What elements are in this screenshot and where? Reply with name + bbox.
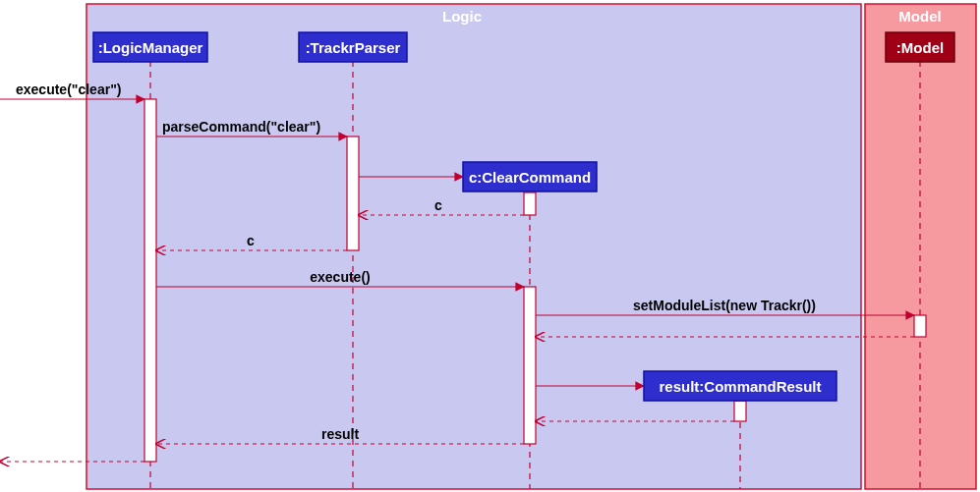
activation-commandresult (734, 401, 746, 421)
message-return-c-1-label: c (434, 197, 442, 213)
sequence-diagram: Logic Model :LogicManager :TrackrParser … (0, 0, 980, 492)
message-parsecommand-label: parseCommand("clear") (162, 119, 320, 135)
participant-logicmanager-label: :LogicManager (98, 39, 203, 56)
message-setmodulelist-label: setModuleList(new Trackr()) (633, 298, 816, 313)
message-execute-label: execute() (310, 269, 370, 285)
participant-clearcommand-label: c:ClearCommand (469, 169, 591, 186)
participant-model-label: :Model (896, 39, 944, 56)
participant-trackrparser-label: :TrackrParser (306, 39, 401, 56)
activation-clearcommand-1 (524, 192, 536, 215)
participant-commandresult-label: result:CommandResult (659, 378, 821, 395)
activation-clearcommand-2 (524, 287, 536, 444)
frame-model-label: Model (898, 8, 941, 25)
activation-model (914, 315, 926, 337)
frame-logic-label: Logic (442, 8, 482, 25)
message-execute-clear-label: execute("clear") (16, 82, 121, 97)
activation-logicmanager (144, 99, 156, 462)
activation-trackrparser (347, 137, 359, 250)
message-return-result-label: result (321, 426, 359, 442)
message-return-c-2-label: c (247, 233, 255, 248)
